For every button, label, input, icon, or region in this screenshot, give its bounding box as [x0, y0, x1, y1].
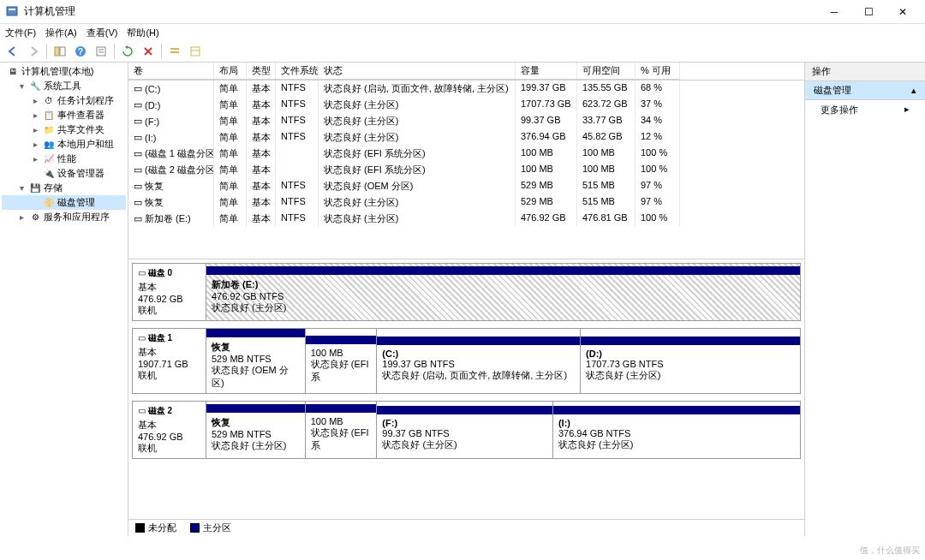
partition[interactable]: (C:)199.37 GB NTFS状态良好 (启动, 页面文件, 故障转储, … [376, 329, 580, 393]
window-title: 计算机管理 [24, 4, 817, 19]
navigation-tree[interactable]: 🖥计算机管理(本地) ▾🔧系统工具 ▸⏱任务计划程序 ▸📋事件查看器 ▸📁共享文… [0, 63, 128, 536]
partition[interactable]: 恢复529 MB NTFS状态良好 (主分区) [206, 402, 305, 458]
drive-icon: ▭ [134, 213, 142, 224]
menubar: 文件(F) 操作(A) 查看(V) 帮助(H) [0, 24, 925, 41]
volume-row[interactable]: ▭ 恢复简单基本NTFS状态良好 (主分区)529 MB515 MB97 % [128, 194, 804, 211]
toolbar: ? [0, 41, 925, 63]
svg-rect-1 [9, 9, 15, 10]
close-button[interactable]: ✕ [886, 0, 920, 24]
disk-icon: ▭ 磁盘 2 [138, 405, 200, 417]
volume-row[interactable]: ▭ (D:)简单基本NTFS状态良好 (主分区)1707.73 GB623.72… [128, 97, 804, 113]
properties-button[interactable] [92, 42, 110, 61]
partition[interactable]: 新加卷 (E:)476.92 GB NTFS状态良好 (主分区) [206, 264, 800, 320]
disk-block[interactable]: ▭ 磁盘 0基本476.92 GB联机新加卷 (E:)476.92 GB NTF… [132, 263, 801, 321]
svg-rect-9 [170, 48, 179, 50]
partition[interactable]: (I:)376.94 GB NTFS状态良好 (主分区) [552, 402, 800, 458]
partition[interactable]: 100 MB状态良好 (EFI 系 [305, 402, 377, 458]
drive-icon: ▭ [134, 148, 142, 159]
drive-icon: ▭ [134, 99, 142, 110]
tree-shared-folders[interactable]: ▸📁共享文件夹 [2, 122, 126, 137]
partition[interactable]: 100 MB状态良好 (EFI 系 [305, 329, 377, 393]
disk-graphic-panel[interactable]: ▭ 磁盘 0基本476.92 GB联机新加卷 (E:)476.92 GB NTF… [128, 259, 804, 519]
tree-storage[interactable]: ▾💾存储 [2, 181, 126, 195]
svg-text:?: ? [78, 47, 83, 57]
col-status[interactable]: 状态 [319, 63, 516, 80]
volume-row[interactable]: ▭ 恢复简单基本NTFS状态良好 (OEM 分区)529 MB515 MB97 … [128, 178, 804, 194]
watermark: 值，什么值得买 [860, 545, 920, 557]
collapse-icon: ▴ [911, 85, 916, 96]
menu-action[interactable]: 操作(A) [45, 27, 77, 39]
volume-row[interactable]: ▭ (C:)简单基本NTFS状态良好 (启动, 页面文件, 故障转储, 主分区)… [128, 80, 804, 97]
action-more[interactable]: 更多操作▸ [805, 100, 925, 120]
legend-swatch-unallocated [135, 523, 145, 533]
actions-header: 操作 [805, 63, 925, 81]
disk-icon: ▭ 磁盘 0 [138, 267, 200, 279]
maximize-button[interactable]: ☐ [851, 0, 886, 24]
drive-icon: ▭ [134, 132, 142, 143]
drive-icon: ▭ [134, 197, 142, 208]
legend: 未分配 主分区 [128, 519, 804, 536]
forward-button[interactable] [24, 42, 43, 61]
tree-disk-management[interactable]: 📀磁盘管理 [2, 195, 126, 210]
svg-rect-10 [170, 51, 179, 53]
refresh-button[interactable] [118, 42, 137, 61]
back-button[interactable] [3, 42, 22, 61]
svg-rect-0 [7, 7, 17, 15]
legend-swatch-primary [190, 523, 200, 533]
list-view-button[interactable] [165, 42, 184, 61]
actions-panel: 操作 磁盘管理▴ 更多操作▸ [805, 63, 925, 536]
tree-root[interactable]: 🖥计算机管理(本地) [2, 64, 126, 79]
menu-file[interactable]: 文件(F) [5, 27, 36, 39]
col-pct-free[interactable]: % 可用 [636, 63, 680, 80]
tree-performance[interactable]: ▸📈性能 [2, 152, 126, 166]
tree-system-tools[interactable]: ▾🔧系统工具 [2, 79, 126, 93]
partition[interactable]: 恢复529 MB NTFS状态良好 (OEM 分区) [206, 329, 305, 393]
partition[interactable]: (F:)99.37 GB NTFS状态良好 (主分区) [376, 402, 552, 458]
volume-row[interactable]: ▭ (F:)简单基本NTFS状态良好 (主分区)99.37 GB33.77 GB… [128, 113, 804, 129]
svg-rect-2 [55, 47, 59, 56]
tree-local-users[interactable]: ▸👥本地用户和组 [2, 137, 126, 152]
delete-button[interactable] [139, 42, 158, 61]
svg-rect-3 [60, 47, 65, 56]
col-capacity[interactable]: 容量 [516, 63, 577, 80]
drive-icon: ▭ [134, 116, 142, 127]
col-volume[interactable]: 卷 [128, 63, 214, 80]
detail-view-button[interactable] [186, 42, 205, 61]
partition[interactable]: (D:)1707.73 GB NTFS状态良好 (主分区) [580, 329, 800, 393]
col-type[interactable]: 类型 [247, 63, 276, 80]
svg-rect-11 [191, 47, 200, 56]
chevron-right-icon: ▸ [904, 104, 910, 116]
menu-help[interactable]: 帮助(H) [127, 27, 158, 39]
col-free[interactable]: 可用空间 [577, 63, 636, 80]
menu-view[interactable]: 查看(V) [87, 27, 118, 39]
volume-list[interactable]: 卷 布局 类型 文件系统 状态 容量 可用空间 % 可用 ▭ (C:)简单基本N… [128, 63, 804, 259]
disk-block[interactable]: ▭ 磁盘 1基本1907.71 GB联机恢复529 MB NTFS状态良好 (O… [132, 328, 801, 394]
drive-icon: ▭ [134, 181, 142, 192]
disk-block[interactable]: ▭ 磁盘 2基本476.92 GB联机恢复529 MB NTFS状态良好 (主分… [132, 401, 801, 459]
minimize-button[interactable]: ─ [817, 0, 851, 24]
tree-device-manager[interactable]: 🔌设备管理器 [2, 166, 126, 181]
col-filesystem[interactable]: 文件系统 [276, 63, 319, 80]
volume-row[interactable]: ▭ (磁盘 2 磁盘分区 2)简单基本状态良好 (EFI 系统分区)100 MB… [128, 162, 804, 178]
center-panel: 卷 布局 类型 文件系统 状态 容量 可用空间 % 可用 ▭ (C:)简单基本N… [128, 63, 805, 536]
show-hide-tree-button[interactable] [51, 42, 69, 61]
tree-event-viewer[interactable]: ▸📋事件查看器 [2, 108, 126, 122]
app-icon [5, 5, 19, 19]
help-button[interactable]: ? [71, 42, 90, 61]
tree-task-scheduler[interactable]: ▸⏱任务计划程序 [2, 93, 126, 108]
volume-row[interactable]: ▭ (I:)简单基本NTFS状态良好 (主分区)376.94 GB45.82 G… [128, 129, 804, 146]
actions-context[interactable]: 磁盘管理▴ [805, 81, 925, 100]
disk-icon: ▭ 磁盘 1 [138, 332, 200, 344]
tree-services-apps[interactable]: ▸⚙服务和应用程序 [2, 210, 126, 224]
volume-row[interactable]: ▭ 新加卷 (E:)简单基本NTFS状态良好 (主分区)476.92 GB476… [128, 211, 804, 227]
volume-row[interactable]: ▭ (磁盘 1 磁盘分区 2)简单基本状态良好 (EFI 系统分区)100 MB… [128, 146, 804, 162]
volume-list-header[interactable]: 卷 布局 类型 文件系统 状态 容量 可用空间 % 可用 [128, 63, 804, 80]
col-layout[interactable]: 布局 [214, 63, 247, 80]
svg-rect-6 [97, 47, 105, 56]
titlebar: 计算机管理 ─ ☐ ✕ [0, 0, 925, 24]
drive-icon: ▭ [134, 164, 142, 176]
drive-icon: ▭ [134, 83, 142, 94]
